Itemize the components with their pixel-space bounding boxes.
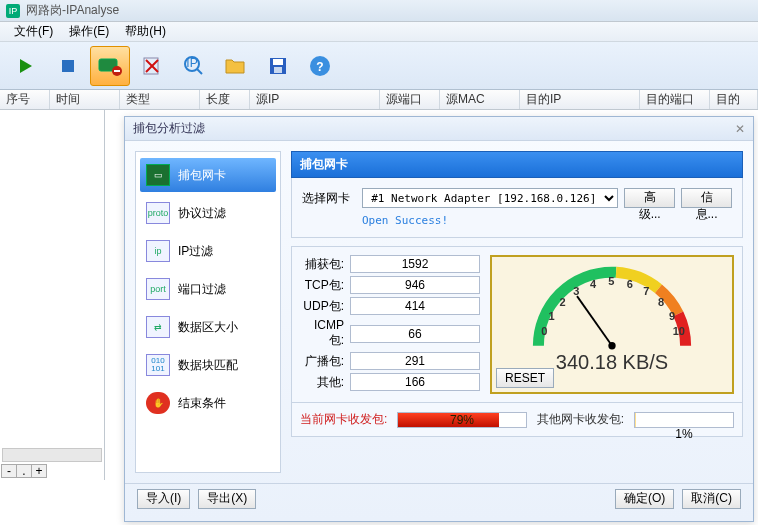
titlebar: IP 网路岗-IPAnalyse (0, 0, 758, 22)
save-button[interactable] (258, 46, 298, 86)
stat-value-broadcast: 291 (350, 352, 480, 370)
sidebar-item-datablock[interactable]: 010101数据块匹配 (140, 348, 276, 382)
sidebar-item-datasize[interactable]: ⇄数据区大小 (140, 310, 276, 344)
dialog-title: 捕包分析过滤 (133, 120, 205, 137)
column-headers: 序号 时间 类型 长度 源IP 源端口 源MAC 目的IP 目的端口 目的 (0, 90, 758, 110)
other-nic-pct: 1% (635, 427, 733, 441)
info-button[interactable]: 信息... (681, 188, 732, 208)
svg-text:9: 9 (669, 310, 675, 322)
ok-button[interactable]: 确定(O) (615, 489, 674, 509)
svg-text:10: 10 (673, 325, 685, 337)
adapter-section: 选择网卡 #1 Network Adapter [192.168.0.126] … (291, 178, 743, 238)
dialog-content: 捕包网卡 选择网卡 #1 Network Adapter [192.168.0.… (291, 151, 743, 473)
horizontal-scrollbar[interactable] (2, 448, 102, 462)
svg-line-27 (577, 296, 612, 346)
adapter-select[interactable]: #1 Network Adapter [192.168.0.126] (362, 188, 618, 208)
stat-label: 广播包: (300, 353, 350, 370)
col-seq[interactable]: 序号 (0, 90, 50, 109)
open-status: Open Success! (362, 214, 732, 227)
col-srcport[interactable]: 源端口 (380, 90, 440, 109)
left-pane: - . + (0, 110, 105, 480)
toolbar: IP ? (0, 42, 758, 90)
svg-text:1: 1 (549, 310, 555, 322)
stats-section: 捕获包:1592 TCP包:946 UDP包:414 ICMP包:66 广播包:… (291, 246, 743, 403)
window-title: 网路岗-IPAnalyse (26, 2, 119, 19)
gauge-dial-icon: 0123 4567 8910 (512, 263, 712, 355)
open-folder-button[interactable] (216, 46, 256, 86)
svg-rect-12 (273, 59, 283, 65)
col-dst[interactable]: 目的 (710, 90, 758, 109)
svg-text:IP: IP (186, 56, 197, 70)
col-len[interactable]: 长度 (200, 90, 250, 109)
menu-file[interactable]: 文件(F) (6, 21, 61, 42)
sidebar-item-protocol[interactable]: proto协议过滤 (140, 196, 276, 230)
stop-icon: ✋ (146, 392, 170, 414)
svg-text:7: 7 (643, 285, 649, 297)
sidebar-item-label: 数据块匹配 (178, 357, 238, 374)
other-nic-fill (635, 413, 636, 427)
protocol-icon: proto (146, 202, 170, 224)
delete-button[interactable] (132, 46, 172, 86)
speed-gauge: 0123 4567 8910 340.18 KB/S RESET (490, 255, 734, 394)
stats-table: 捕获包:1592 TCP包:946 UDP包:414 ICMP包:66 广播包:… (300, 255, 480, 394)
current-nic-label: 当前网卡收发包: (300, 411, 387, 428)
zoom-in-button[interactable]: + (31, 464, 47, 478)
col-srcip[interactable]: 源IP (250, 90, 380, 109)
sidebar-item-port[interactable]: port端口过滤 (140, 272, 276, 306)
stat-value-udp: 414 (350, 297, 480, 315)
play-button[interactable] (6, 46, 46, 86)
ip-icon: ip (146, 240, 170, 262)
zoom-out-button[interactable]: - (1, 464, 17, 478)
svg-text:6: 6 (627, 278, 633, 290)
export-button[interactable]: 导出(X) (198, 489, 256, 509)
binary-icon: 010101 (146, 354, 170, 376)
capture-card-button[interactable] (90, 46, 130, 86)
import-button[interactable]: 导入(I) (137, 489, 190, 509)
col-dstip[interactable]: 目的IP (520, 90, 640, 109)
sidebar-item-label: 数据区大小 (178, 319, 238, 336)
arrows-icon: ⇄ (146, 316, 170, 338)
nic-icon: ▭ (146, 164, 170, 186)
advanced-button[interactable]: 高级... (624, 188, 675, 208)
svg-text:8: 8 (658, 296, 664, 308)
svg-point-28 (608, 342, 615, 349)
current-nic-bar: 79% (397, 412, 526, 428)
sidebar-item-label: 捕包网卡 (178, 167, 226, 184)
dialog-titlebar[interactable]: 捕包分析过滤 ✕ (125, 117, 753, 141)
stat-label: ICMP包: (300, 318, 350, 349)
stop-button[interactable] (48, 46, 88, 86)
col-time[interactable]: 时间 (50, 90, 120, 109)
other-nic-bar: 1% (634, 412, 734, 428)
port-icon: port (146, 278, 170, 300)
svg-rect-13 (274, 67, 282, 73)
reset-button[interactable]: RESET (496, 368, 554, 388)
close-icon[interactable]: ✕ (735, 122, 745, 136)
menu-action[interactable]: 操作(E) (61, 21, 117, 42)
stat-label: UDP包: (300, 298, 350, 315)
sidebar-item-label: 结束条件 (178, 395, 226, 412)
ip-search-button[interactable]: IP (174, 46, 214, 86)
stat-value-tcp: 946 (350, 276, 480, 294)
svg-text:4: 4 (590, 278, 597, 290)
sidebar-item-ip[interactable]: ipIP过滤 (140, 234, 276, 268)
svg-rect-1 (62, 60, 74, 72)
sidebar-item-endcond[interactable]: ✋结束条件 (140, 386, 276, 420)
sidebar-item-capture-nic[interactable]: ▭捕包网卡 (140, 158, 276, 192)
col-srcmac[interactable]: 源MAC (440, 90, 520, 109)
svg-text:3: 3 (573, 285, 579, 297)
other-nic-label: 其他网卡收发包: (537, 411, 624, 428)
cancel-button[interactable]: 取消(C) (682, 489, 741, 509)
menu-help[interactable]: 帮助(H) (117, 21, 174, 42)
stat-label: TCP包: (300, 277, 350, 294)
panel-header: 捕包网卡 (291, 151, 743, 178)
dialog-footer: 导入(I) 导出(X) 确定(O) 取消(C) (125, 483, 753, 513)
stat-label: 其他: (300, 374, 350, 391)
svg-rect-4 (114, 70, 120, 72)
help-button[interactable]: ? (300, 46, 340, 86)
menubar: 文件(F) 操作(E) 帮助(H) (0, 22, 758, 42)
col-type[interactable]: 类型 (120, 90, 200, 109)
sidebar-item-label: IP过滤 (178, 243, 213, 260)
col-dstport[interactable]: 目的端口 (640, 90, 710, 109)
zoom-reset-button[interactable]: . (16, 464, 32, 478)
app-icon: IP (6, 4, 20, 18)
